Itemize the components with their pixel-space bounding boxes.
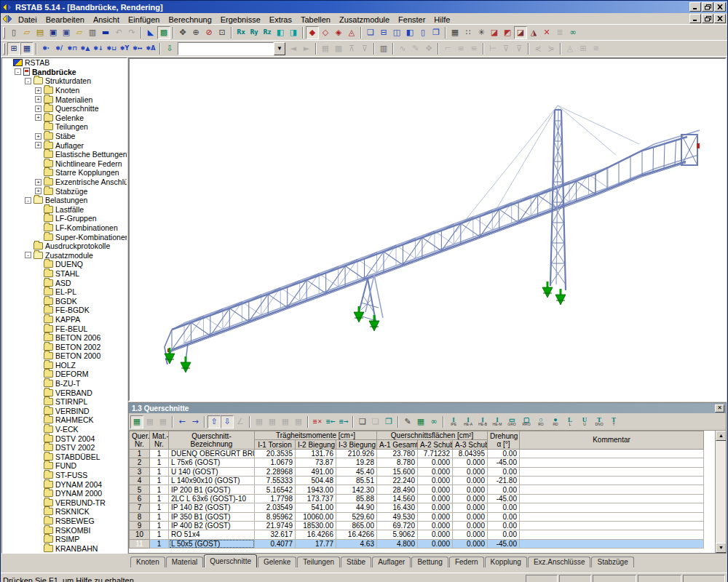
cell-bez[interactable]: IP 200 B1 (GOST) xyxy=(169,485,255,494)
assign-loadcase-button[interactable]: ⇩ xyxy=(163,42,176,55)
cell-a3[interactable]: 0.000 xyxy=(453,530,488,539)
insert-text-button[interactable]: ✱A xyxy=(144,42,157,55)
cell-mat[interactable]: 1 xyxy=(150,539,169,548)
cell-bez[interactable]: IP 140 B2 (GOST) xyxy=(169,503,255,512)
view-isometric-button[interactable]: ◧ xyxy=(274,26,287,39)
cell-a3[interactable]: 0.000 xyxy=(453,494,488,503)
cell-i1[interactable]: 1.7798 xyxy=(255,494,296,503)
cell-a2[interactable]: 7.71232 xyxy=(418,449,453,458)
cell-i3[interactable]: 529.60 xyxy=(336,512,377,521)
rotate-x-button[interactable]: Rx xyxy=(234,26,248,39)
tree-item-gelenke[interactable]: +Gelenke xyxy=(2,113,127,123)
tree-item-deform[interactable]: +DEFORM xyxy=(2,370,127,379)
view-block-d-button[interactable]: ▦ xyxy=(292,415,305,428)
cell-drehung[interactable]: -45.00 xyxy=(488,494,520,503)
table-close-button[interactable]: ✕ xyxy=(715,404,724,412)
show-load-values-button[interactable]: ▩ xyxy=(332,42,345,55)
tree-item-dynam-2000[interactable]: +DYNAM 2000 xyxy=(2,489,127,498)
cell-drehung[interactable]: 0.00 xyxy=(488,521,520,530)
tree-item-bgdk[interactable]: +BGDK xyxy=(2,296,127,306)
profile-he-b-button[interactable]: IHE-B xyxy=(475,415,490,429)
result-min-button[interactable]: ⋞ xyxy=(531,42,545,55)
tree-item-lf-kombinationen[interactable]: +LF-Kombinationen xyxy=(2,223,127,233)
zoom-out-button[interactable]: ⊘ xyxy=(202,26,215,39)
table-search-button[interactable]: ∞ xyxy=(427,415,440,428)
row-number[interactable]: 10 xyxy=(130,530,150,539)
cell-a2[interactable]: 0.000 xyxy=(418,467,453,476)
cell-kommentar[interactable] xyxy=(520,458,704,467)
scroll-down-button[interactable]: ▼ xyxy=(716,543,726,553)
window-tile-horizontal-button[interactable]: ⊟ xyxy=(377,26,390,39)
tab-knoten[interactable]: Knoten xyxy=(130,557,165,567)
cell-i3[interactable]: 44.90 xyxy=(336,503,377,512)
toggle-navigator-button[interactable]: ⊞ xyxy=(7,42,20,55)
display-hidden-lines-button[interactable]: ◬ xyxy=(345,26,358,39)
cell-i3[interactable]: 45.40 xyxy=(336,467,377,476)
loadcase-input[interactable] xyxy=(178,42,274,55)
insert-dimension-button[interactable]: ✱↔ xyxy=(131,42,144,55)
view-perspective-button[interactable]: ◨ xyxy=(287,26,300,39)
nav-back-button[interactable]: ← xyxy=(175,415,189,428)
menu-hilfe[interactable]: Hilfe xyxy=(430,15,454,25)
tree-item-dstv-2004[interactable]: +DSTV 2004 xyxy=(2,434,127,443)
tree-item-stabzüge[interactable]: +Stabzüge xyxy=(2,186,127,196)
tree-item-auflager[interactable]: +Auflager xyxy=(2,140,127,150)
nav-forward-button[interactable]: → xyxy=(189,415,202,428)
table-panel-caption[interactable]: 1.3 Querschnitte ✕ xyxy=(129,403,726,413)
goto-table-button[interactable]: ⊞ xyxy=(577,42,590,55)
tree-item-rsbeweg[interactable]: +RSBEWEG xyxy=(2,517,127,526)
member-start-button[interactable]: ⌐ xyxy=(441,42,454,55)
member-end-button[interactable]: ≌ xyxy=(467,42,480,55)
tree-item-lf-gruppen[interactable]: +LF-Gruppen xyxy=(2,214,127,223)
cell-bez[interactable]: RO 51x4 xyxy=(169,530,255,539)
cell-bez[interactable]: L 140x90x10 (GOST) xyxy=(169,476,255,485)
tab-kopplung[interactable]: Kopplung xyxy=(485,557,527,567)
tree-item-rahmeck[interactable]: +RAHMECK xyxy=(2,415,127,425)
tab-auflager[interactable]: Auflager xyxy=(372,557,411,567)
tab-stabzüge[interactable]: Stabzüge xyxy=(591,557,633,567)
cell-kommentar[interactable] xyxy=(520,485,704,494)
cell-i1[interactable]: 5.16542 xyxy=(255,485,296,494)
tab-gelenke[interactable]: Gelenke xyxy=(258,557,296,567)
cell-a2[interactable]: 0.000 xyxy=(418,458,453,467)
cell-a2[interactable]: 0.000 xyxy=(418,530,453,539)
mdi-restore-button[interactable] xyxy=(702,14,713,23)
tree-item-verband[interactable]: +VERBAND xyxy=(2,388,127,397)
tree-item-v-eck[interactable]: +V-ECK xyxy=(2,425,127,434)
menu-extras[interactable]: Extras xyxy=(265,15,296,25)
copy-rows-button[interactable]: ❏ xyxy=(356,415,369,428)
cell-i1[interactable]: 7.55333 xyxy=(255,476,296,485)
cell-i3[interactable]: 16.4266 xyxy=(336,530,377,539)
tree-item-starre-kopplungen[interactable]: +Starre Kopplungen xyxy=(2,168,127,178)
row-number[interactable]: 6 xyxy=(130,494,150,503)
expand-marker[interactable]: + xyxy=(35,188,41,194)
tree-item-nichtlineare-federn[interactable]: +Nichtlineare Federn xyxy=(2,159,127,169)
toolbar-grip[interactable] xyxy=(3,27,5,39)
menu-ansicht[interactable]: Ansicht xyxy=(89,15,124,25)
tree-item-st-fuss[interactable]: +ST-FUSS xyxy=(2,471,127,480)
cell-i3[interactable]: 210.926 xyxy=(336,449,377,458)
expand-marker[interactable]: + xyxy=(35,96,41,103)
expand-marker[interactable]: - xyxy=(25,197,31,204)
window-arrange-button[interactable]: ❐ xyxy=(430,26,443,39)
tab-teilungen[interactable]: Teilungen xyxy=(297,557,340,567)
cell-a2[interactable]: 0.000 xyxy=(418,539,453,548)
rotate-y-button[interactable]: Ry xyxy=(248,26,261,39)
row-number[interactable]: 2 xyxy=(130,458,150,467)
workplane-xz-button[interactable]: ◪ xyxy=(514,26,527,39)
cell-a1[interactable]: 28.490 xyxy=(377,485,418,494)
smooth-results-button[interactable]: ≋ xyxy=(590,42,603,55)
display-transparent-button[interactable]: ◇ xyxy=(319,26,332,39)
animate-deformation-button[interactable]: ∿ xyxy=(396,42,409,55)
tree-item-teilungen[interactable]: +Teilungen xyxy=(2,122,127,132)
show-loads-button[interactable]: ▦ xyxy=(319,42,332,55)
cell-mat[interactable]: 1 xyxy=(150,458,169,467)
row-delete-button[interactable]: ≡✕ xyxy=(311,415,324,428)
cell-mat[interactable]: 1 xyxy=(150,476,169,485)
new-file-button[interactable]: ▯ xyxy=(7,26,20,39)
tree-item-rsknick[interactable]: +RSKNICK xyxy=(2,507,127,517)
cell-a1[interactable]: 69.720 xyxy=(377,521,418,530)
display-wireframe-button[interactable]: ◈ xyxy=(332,26,345,39)
profile-he-m-button[interactable]: IHE-M xyxy=(490,415,505,429)
row-insert-button[interactable]: ≡← xyxy=(324,415,337,428)
